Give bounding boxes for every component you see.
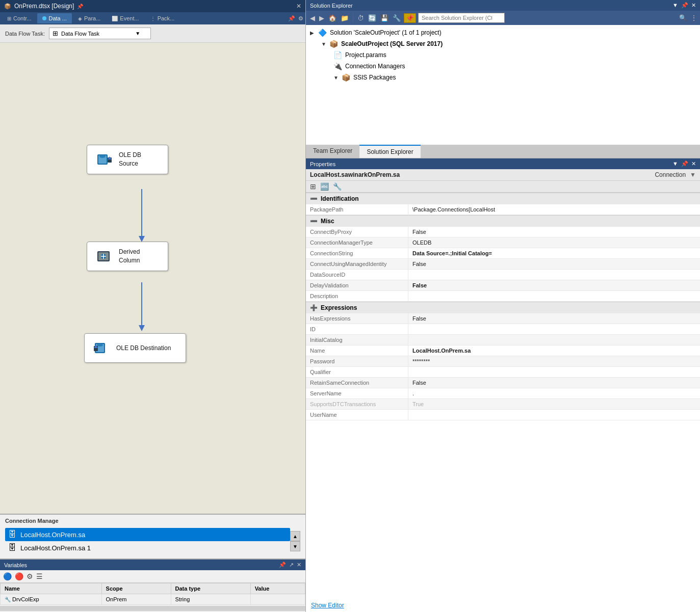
se-build-btn[interactable]: 🔧 bbox=[392, 13, 402, 23]
prop-name-password: Password bbox=[306, 356, 408, 366]
data-flow-select[interactable]: ⊞ Data Flow Task ▼ bbox=[49, 28, 151, 39]
var-col-value: Value bbox=[250, 583, 305, 594]
se-solution-icon: 🔷 bbox=[318, 29, 327, 37]
se-packages-expand[interactable]: ▼ bbox=[333, 75, 339, 81]
se-search-input[interactable] bbox=[418, 13, 505, 23]
tab-control[interactable]: ⊞ Contr... bbox=[2, 13, 36, 23]
se-back-btn[interactable]: ◀ bbox=[309, 13, 316, 23]
prop-value-servername: . bbox=[408, 388, 700, 398]
prop-value-supportsdtc: True bbox=[408, 399, 700, 409]
var-row-0-icon-name: 🔧 DrvColExp bbox=[1, 594, 102, 605]
prop-value-datasourceid bbox=[408, 270, 700, 280]
se-tree-project[interactable]: ▼ 📦 ScaleOutProject (SQL Server 2017) bbox=[306, 38, 700, 49]
prop-group-expr-expand[interactable]: ➕ bbox=[310, 304, 318, 311]
se-refresh-btn[interactable]: 🔄 bbox=[367, 13, 377, 23]
ole-db-source-label: OLE DBSource bbox=[119, 151, 141, 168]
tab-event[interactable]: ⬜ Event... bbox=[107, 13, 144, 23]
se-tree-params[interactable]: 📄 Project.params bbox=[306, 49, 700, 61]
params-icon: ◈ bbox=[78, 16, 82, 21]
prop-name-connmanagedid: ConnectUsingManagedIdentity bbox=[306, 259, 408, 269]
tab-pin-icon[interactable]: 📌 bbox=[288, 15, 295, 22]
se-tree-packages[interactable]: ▼ 📦 SSIS Packages bbox=[306, 72, 700, 83]
property-selector: LocalHost.sawinarkOnPrem.sa Connection ▼ bbox=[306, 169, 700, 181]
props-close-icon[interactable]: ✕ bbox=[691, 161, 696, 167]
pin-icon[interactable]: 📌 bbox=[77, 4, 83, 9]
se-forward-btn[interactable]: ▶ bbox=[318, 13, 325, 23]
prop-tool-wrench-btn[interactable]: 🔧 bbox=[333, 182, 342, 191]
conn-item-2[interactable]: 🗄 LocalHost.OnPrem.sa 1 bbox=[5, 541, 290, 554]
var-expand-icon[interactable]: ↗ bbox=[289, 562, 294, 568]
tab-settings-icon[interactable]: ⚙ bbox=[298, 15, 303, 22]
var-row-icon: 🔧 bbox=[5, 597, 11, 602]
prop-tool-grid-btn[interactable]: ⊞ bbox=[310, 182, 316, 191]
prop-value-delayvalidation: False bbox=[408, 280, 700, 290]
prop-value-username bbox=[408, 410, 700, 420]
prop-value-name: LocalHost.OnPrem.sa bbox=[408, 345, 700, 356]
se-dropdown-icon[interactable]: ▼ bbox=[672, 2, 678, 9]
se-clock-btn[interactable]: ⏱ bbox=[356, 13, 365, 23]
se-search-wrap: 🔍 bbox=[418, 13, 689, 23]
var-add-btn[interactable]: 🔵 bbox=[3, 572, 12, 580]
prop-value-connmgrtype: OLEDB bbox=[408, 237, 700, 248]
se-folder-btn[interactable]: 📁 bbox=[340, 13, 350, 23]
ole-db-dest-node[interactable]: OLE DB Destination bbox=[84, 333, 186, 363]
conn-item-1[interactable]: 🗄 LocalHost.OnPrem.sa bbox=[5, 528, 290, 541]
props-pin-icon[interactable]: 📌 bbox=[681, 161, 688, 167]
se-tab-team-explorer[interactable]: Team Explorer bbox=[306, 145, 359, 158]
var-col-datatype: Data type bbox=[171, 583, 250, 594]
tab-params[interactable]: ◈ Para... bbox=[73, 13, 106, 23]
var-close-icon[interactable]: ✕ bbox=[297, 562, 301, 568]
se-tree-root-expand[interactable]: ▶ bbox=[310, 30, 315, 36]
prop-value-password: ******** bbox=[408, 356, 700, 366]
prop-value-connectbyproxy: False bbox=[408, 227, 700, 237]
se-home-btn[interactable]: 🏠 bbox=[327, 13, 338, 23]
prop-group-id-label: Identification bbox=[321, 195, 359, 202]
variables-header: Variables 📌 ↗ ✕ bbox=[0, 560, 305, 570]
var-grid-btn[interactable]: ☰ bbox=[36, 572, 43, 580]
var-row-0-value bbox=[250, 594, 305, 605]
prop-row-datasourceid: DataSourceID bbox=[306, 270, 700, 280]
ole-db-dest-label: OLE DB Destination bbox=[116, 344, 171, 353]
props-dropdown-icon[interactable]: ▼ bbox=[672, 161, 678, 167]
se-project-icon: 📦 bbox=[329, 40, 338, 48]
svg-point-5 bbox=[99, 155, 106, 158]
se-pin-icon[interactable]: 📌 bbox=[681, 2, 688, 9]
tab-data[interactable]: Data ... bbox=[37, 13, 71, 23]
prop-group-id-expand[interactable]: ➖ bbox=[310, 195, 318, 202]
var-options-btn[interactable]: ⚙ bbox=[27, 572, 33, 580]
show-editor-link[interactable]: Show Editor bbox=[306, 599, 700, 612]
variables-scrollbar[interactable] bbox=[0, 606, 305, 611]
prop-tool-sort-btn[interactable]: 🔤 bbox=[320, 182, 329, 191]
var-pin-icon[interactable]: 📌 bbox=[279, 562, 286, 568]
tab-package[interactable]: ⋮ Pack... bbox=[145, 13, 180, 23]
conn-db-icon-1: 🗄 bbox=[8, 530, 16, 539]
connection-list: 🗄 LocalHost.OnPrem.sa 🗄 LocalHost.OnPrem… bbox=[5, 526, 290, 556]
prop-value-connstring: Data Source=.;Initial Catalog= bbox=[408, 248, 700, 258]
ole-db-source-node[interactable]: OLE DBSource bbox=[87, 145, 168, 174]
prop-name-connmgrtype: ConnectionManagerType bbox=[306, 237, 408, 248]
se-project-expand[interactable]: ▼ bbox=[321, 41, 326, 47]
conn-scroll-up-btn[interactable]: ▲ bbox=[290, 531, 300, 541]
var-delete-btn[interactable]: 🔴 bbox=[15, 572, 23, 580]
prop-value-retainsameconn: False bbox=[408, 378, 700, 388]
se-tab-solution-explorer[interactable]: Solution Explorer bbox=[359, 145, 420, 158]
prop-value-initialcatalog bbox=[408, 335, 700, 345]
prop-selector-dropdown[interactable]: ▼ bbox=[690, 171, 696, 178]
prop-name-qualifier: Qualifier bbox=[306, 367, 408, 377]
prop-group-misc-expand[interactable]: ➖ bbox=[310, 218, 318, 225]
canvas[interactable]: OLE DBSource DerivedColumn bbox=[0, 43, 305, 514]
se-close-icon[interactable]: ✕ bbox=[691, 2, 696, 9]
se-save-btn[interactable]: 💾 bbox=[379, 13, 390, 23]
prop-name-servername: ServerName bbox=[306, 388, 408, 398]
properties-titlebar-icons: ▼ 📌 ✕ bbox=[672, 161, 696, 167]
se-tree: ▶ 🔷 Solution 'ScaleOutProject' (1 of 1 p… bbox=[306, 25, 700, 145]
properties-title: Properties bbox=[310, 161, 335, 167]
derived-column-node[interactable]: DerivedColumn bbox=[87, 242, 168, 271]
conn-scroll-down-btn[interactable]: ▼ bbox=[290, 541, 300, 551]
prop-name-connstring: ConnectionString bbox=[306, 248, 408, 258]
se-pin2-btn[interactable]: 📌 bbox=[404, 13, 416, 23]
prop-name-supportsdtc: SupportsDTCTransactions bbox=[306, 399, 408, 409]
se-tree-conn-mgr[interactable]: 🔌 Connection Managers bbox=[306, 61, 700, 72]
close-button[interactable]: ✕ bbox=[296, 3, 301, 10]
se-tree-root[interactable]: ▶ 🔷 Solution 'ScaleOutProject' (1 of 1 p… bbox=[306, 27, 700, 38]
